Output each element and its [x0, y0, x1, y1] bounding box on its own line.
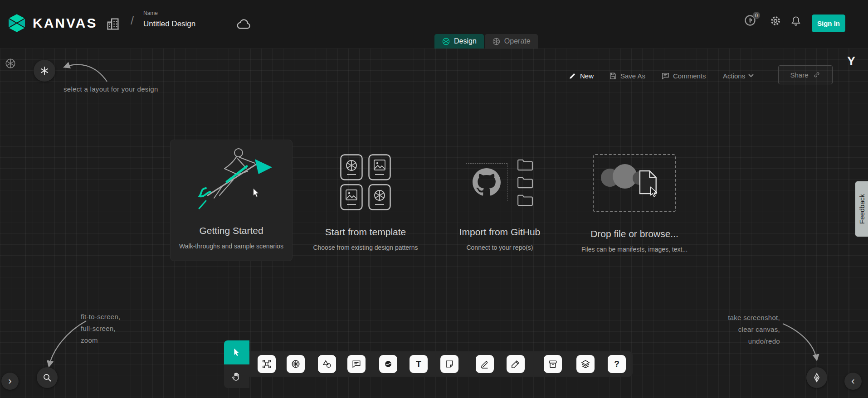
save-as-button[interactable]: Save As	[609, 69, 645, 83]
sign-in-button[interactable]: Sign In	[812, 15, 845, 32]
design-tab-icon	[442, 37, 450, 46]
save-icon	[609, 72, 617, 80]
getting-started-title: Getting Started	[171, 225, 292, 236]
chevron-down-icon	[748, 74, 754, 78]
screenshot-hints-text: take screenshot, clear canvas, undo/redo	[728, 312, 780, 347]
layout-selector-button[interactable]	[34, 60, 55, 82]
layout-hint-text: select a layout for your design	[63, 83, 158, 95]
actions-label: Actions	[723, 72, 745, 80]
start-from-template-title: Start from template	[297, 227, 434, 238]
template-doc-image-icon	[340, 184, 363, 210]
pencil-icon	[511, 359, 521, 369]
share-button[interactable]: Share	[778, 65, 833, 84]
help-tool-glyph: ?	[614, 359, 619, 369]
folder-icon	[517, 176, 534, 189]
pointer-arrow-icon	[232, 348, 242, 358]
new-pencil-icon	[568, 72, 577, 80]
import-from-github-subtitle: Connect to your repo(s)	[432, 244, 568, 251]
feedback-label: Feedback	[858, 194, 866, 224]
chevron-left-icon: ‹	[851, 376, 854, 386]
doodle-icon	[383, 359, 393, 369]
help-tool[interactable]: ?	[608, 355, 626, 373]
right-panel-edge	[848, 49, 848, 398]
import-from-github-card[interactable]: Import from GitHub Connect to your repo(…	[432, 154, 568, 251]
layers-icon	[580, 359, 590, 369]
save-as-label: Save As	[620, 72, 645, 80]
cloud-sync-icon[interactable]	[236, 17, 252, 30]
layers-tool[interactable]	[576, 355, 595, 373]
kubernetes-wheel-icon	[291, 359, 301, 369]
building-icon[interactable]	[105, 16, 121, 32]
import-from-github-title: Import from GitHub	[432, 227, 568, 238]
template-doc-image-icon	[368, 154, 391, 180]
operate-tab-label: Operate	[504, 37, 531, 45]
drop-file-subtitle: Files can be manifests, images, text...	[566, 246, 702, 253]
zoom-button[interactable]	[37, 367, 58, 388]
settings-gear-icon[interactable]	[770, 15, 781, 27]
comment-tool[interactable]	[347, 355, 366, 373]
components-tool[interactable]	[258, 355, 276, 373]
feedback-tab[interactable]: Feedback	[855, 181, 868, 237]
text-tool[interactable]: T	[410, 355, 428, 373]
tool-dock: T ?	[249, 351, 633, 377]
share-label: Share	[790, 71, 808, 79]
github-octocat-icon	[473, 168, 501, 196]
hand-icon	[231, 371, 242, 382]
template-icons	[297, 154, 434, 210]
note-icon	[444, 359, 454, 369]
text-tool-glyph: T	[416, 359, 421, 369]
logo-text: KANVAS	[33, 15, 97, 31]
tab-operate[interactable]: Operate	[485, 34, 538, 49]
folder-icon	[517, 194, 534, 206]
kubernetes-tool[interactable]	[287, 355, 305, 373]
pointer-tool[interactable]	[224, 340, 249, 364]
dropzone[interactable]	[593, 154, 676, 212]
new-label: New	[580, 72, 594, 80]
pen-nib-icon	[811, 372, 822, 383]
layout-hint-arrow	[60, 59, 110, 86]
screenshot-tools-button[interactable]	[806, 367, 827, 388]
y-logo-icon[interactable]: Y	[847, 54, 855, 68]
getting-started-illustration	[179, 143, 284, 219]
design-name-input[interactable]	[143, 18, 225, 32]
repo-folders	[517, 158, 534, 206]
design-tab-label: Design	[454, 37, 477, 45]
zoom-hint-arrow	[40, 317, 94, 372]
start-from-template-subtitle: Choose from existing design patterns	[297, 244, 434, 251]
expand-left-panel-button[interactable]: ›	[1, 373, 19, 390]
drop-file-title: Drop file or browse...	[566, 228, 702, 239]
new-button[interactable]: New	[568, 69, 594, 83]
drop-file-card[interactable]: Drop file or browse... Files can be mani…	[566, 154, 702, 253]
credits-badge: 0	[753, 12, 760, 19]
kanvas-logo[interactable]: KANVAS	[6, 13, 97, 34]
mode-tabs: Design Operate	[434, 34, 538, 49]
dropped-file-icon	[634, 169, 663, 201]
kanvas-logo-icon	[6, 13, 27, 34]
app-header: KANVAS / Name Design	[0, 0, 868, 49]
start-from-template-card[interactable]: Start from template Choose from existing…	[297, 154, 434, 251]
screenshot-hint-arrow	[774, 320, 824, 365]
pen-tool[interactable]	[476, 355, 494, 373]
comments-button[interactable]: Comments	[661, 69, 706, 83]
collapse-right-panel-button[interactable]: ‹	[844, 373, 862, 390]
pan-hand-tool[interactable]	[224, 364, 249, 388]
layout-asterisk-icon	[39, 66, 49, 76]
notifications-bell-icon[interactable]	[790, 15, 802, 27]
actions-dropdown[interactable]: Actions	[723, 69, 754, 83]
tray-icon	[548, 359, 558, 369]
template-doc-spiral-icon	[340, 154, 363, 180]
getting-started-card[interactable]: Getting Started Walk-throughs and sample…	[170, 140, 293, 261]
shapes-tool[interactable]	[318, 355, 336, 373]
comments-label: Comments	[673, 72, 706, 80]
kanvas-app: KANVAS / Name Design	[0, 0, 868, 398]
template-doc-spiral-icon	[368, 184, 391, 210]
github-selection-frame	[466, 163, 507, 201]
pencil-tool[interactable]	[507, 355, 525, 373]
components-icon	[262, 359, 272, 369]
comment-icon	[351, 359, 361, 369]
meshery-spinner-icon[interactable]	[5, 58, 16, 69]
tray-tool[interactable]	[544, 355, 562, 373]
tab-design[interactable]: Design	[434, 34, 484, 49]
note-tool[interactable]	[440, 355, 458, 373]
doodle-tool[interactable]	[379, 355, 397, 373]
